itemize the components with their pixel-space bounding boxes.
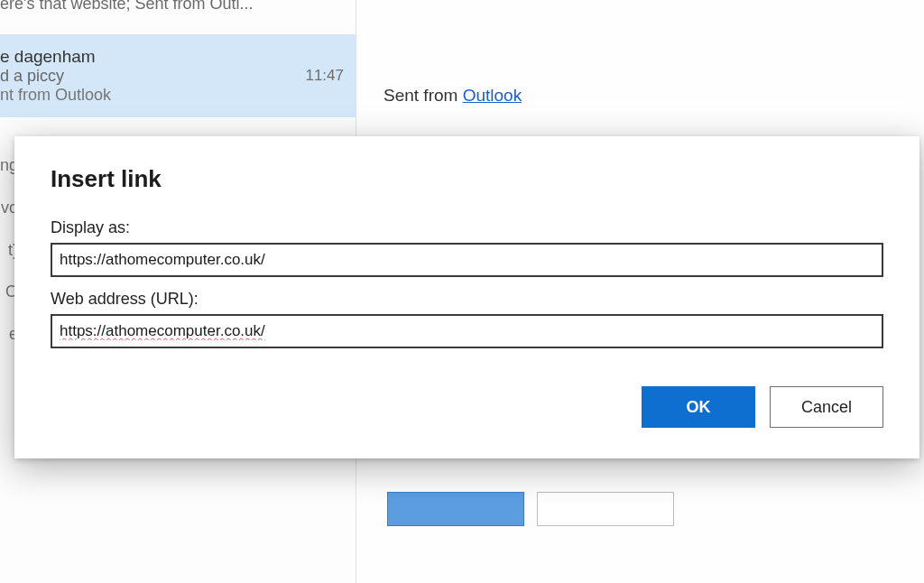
msg-preview-truncated: ere's that website; Sent from Outl... bbox=[0, 0, 356, 21]
email-subject: d a piccy bbox=[0, 67, 64, 85]
insert-link-dialog: Insert link Display as: Web address (URL… bbox=[14, 136, 919, 458]
email-time: 11:47 bbox=[305, 67, 344, 85]
display-as-label: Display as: bbox=[51, 218, 883, 237]
email-body-signature: Sent from Outlook bbox=[383, 86, 522, 106]
url-input[interactable] bbox=[51, 314, 883, 348]
display-as-input[interactable] bbox=[51, 243, 883, 277]
dialog-button-row: OK Cancel bbox=[51, 386, 883, 428]
dialog-title: Insert link bbox=[51, 165, 883, 193]
ok-button[interactable]: OK bbox=[642, 386, 755, 428]
email-list-item-selected[interactable]: e dagenham d a piccy 11:47 nt from Outlo… bbox=[0, 34, 356, 117]
url-label: Web address (URL): bbox=[51, 290, 883, 309]
outlook-link[interactable]: Outlook bbox=[463, 86, 522, 105]
email-snippet: nt from Outlook bbox=[0, 86, 344, 105]
cancel-button[interactable]: Cancel bbox=[770, 386, 883, 428]
email-sender: e dagenham bbox=[0, 47, 96, 66]
background-buttons bbox=[387, 492, 712, 530]
